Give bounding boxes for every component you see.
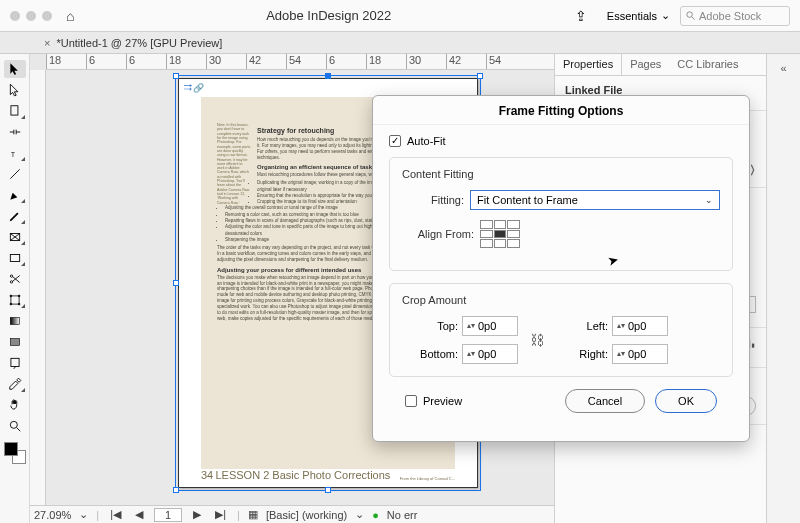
handle-nw[interactable] — [173, 73, 179, 79]
share-icon[interactable]: ⇪ — [575, 8, 587, 24]
right-label: Right: — [552, 348, 612, 360]
preflight-label[interactable]: No err — [387, 509, 418, 521]
window-controls[interactable] — [10, 11, 52, 21]
bottom-field[interactable]: ▴▾0p0 — [462, 344, 518, 364]
svg-point-15 — [18, 303, 20, 305]
first-page-button[interactable]: |◀ — [107, 508, 124, 521]
side-note: Note: In this lesson, you don't have to … — [217, 123, 251, 205]
free-transform-tool[interactable] — [4, 291, 26, 309]
pencil-tool[interactable] — [4, 207, 26, 225]
handle-s[interactable] — [325, 487, 331, 493]
preview-label: Preview — [423, 395, 462, 407]
status-bar: 27.09% ⌄ | |◀ ◀ 1 ▶ ▶| | ▦ [Basic] (work… — [30, 505, 554, 523]
close-window-icon[interactable] — [10, 11, 20, 21]
link-badge-icon[interactable]: ⮆🔗 — [183, 83, 203, 93]
toolbox: T — [0, 54, 30, 523]
scissors-tool[interactable] — [4, 270, 26, 288]
search-icon — [685, 10, 696, 21]
prev-page-button[interactable]: ◀ — [132, 508, 146, 521]
svg-line-4 — [10, 169, 19, 178]
next-page-button[interactable]: ▶ — [190, 508, 204, 521]
bottom-label: Bottom: — [402, 348, 462, 360]
ruler-vertical[interactable] — [30, 70, 46, 523]
autofit-checkbox[interactable] — [389, 135, 401, 147]
workspace-label: Essentials — [607, 10, 657, 22]
cancel-button[interactable]: Cancel — [565, 389, 645, 413]
last-page-button[interactable]: ▶| — [212, 508, 229, 521]
gradient-feather-tool[interactable] — [4, 333, 26, 351]
svg-line-20 — [16, 428, 20, 432]
open-nav-icon[interactable]: ▦ — [248, 508, 258, 521]
rectangle-tool[interactable] — [4, 249, 26, 267]
left-label: Left: — [552, 320, 612, 332]
gradient-swatch-tool[interactable] — [4, 312, 26, 330]
svg-point-14 — [10, 303, 12, 305]
ok-button[interactable]: OK — [655, 389, 717, 413]
top-field[interactable]: ▴▾0p0 — [462, 316, 518, 336]
chevron-down-icon[interactable]: ⌄ — [79, 508, 88, 521]
pen-tool[interactable] — [4, 186, 26, 204]
fitting-value: Fit Content to Frame — [477, 194, 578, 206]
line-tool[interactable] — [4, 165, 26, 183]
rectangle-frame-tool[interactable] — [4, 228, 26, 246]
chevron-down-icon: ⌄ — [661, 9, 670, 22]
search-placeholder: Adobe Stock — [699, 10, 761, 22]
top-label: Top: — [402, 320, 462, 332]
hand-tool[interactable] — [4, 396, 26, 414]
preview-checkbox[interactable] — [405, 395, 417, 407]
chevron-down-icon[interactable]: ⌄ — [355, 508, 364, 521]
fill-stroke-swatch[interactable] — [4, 442, 26, 464]
direct-selection-tool[interactable] — [4, 81, 26, 99]
page-number: 34 LESSON 2 Basic Photo Corrections — [201, 469, 390, 481]
note-tool[interactable] — [4, 354, 26, 372]
svg-rect-17 — [10, 339, 19, 346]
right-field[interactable]: ▴▾0p0 — [612, 344, 668, 364]
svg-text:T: T — [10, 151, 14, 158]
align-from-grid[interactable] — [480, 220, 520, 248]
stock-search-input[interactable]: Adobe Stock — [680, 6, 790, 26]
frame-fitting-dialog: Frame Fitting Options Auto-Fit Content F… — [372, 95, 750, 442]
fitting-label: Fitting: — [402, 194, 464, 206]
content-fitting-title: Content Fitting — [402, 168, 720, 180]
handle-n[interactable] — [325, 73, 331, 79]
type-tool[interactable]: T — [4, 144, 26, 162]
link-chain-icon[interactable]: ⛓ — [522, 332, 552, 348]
home-icon[interactable]: ⌂ — [66, 8, 74, 24]
handle-w[interactable] — [173, 280, 179, 286]
gap-tool[interactable] — [4, 123, 26, 141]
minimize-window-icon[interactable] — [26, 11, 36, 21]
svg-rect-11 — [10, 296, 18, 304]
svg-rect-16 — [10, 318, 19, 325]
svg-point-12 — [10, 295, 12, 297]
selection-tool[interactable] — [4, 60, 26, 78]
close-tab-icon[interactable]: × — [44, 37, 50, 49]
handle-sw[interactable] — [173, 487, 179, 493]
app-title: Adobe InDesign 2022 — [92, 8, 564, 23]
svg-rect-8 — [10, 255, 19, 262]
fitting-select[interactable]: Fit Content to Frame ⌄ — [470, 190, 720, 210]
handle-ne[interactable] — [477, 73, 483, 79]
left-field[interactable]: ▴▾0p0 — [612, 316, 668, 336]
eyedropper-tool[interactable] — [4, 375, 26, 393]
document-tab[interactable]: × *Untitled-1 @ 27% [GPU Preview] — [44, 37, 222, 49]
page-tool[interactable] — [4, 102, 26, 120]
zoom-tool[interactable] — [4, 417, 26, 435]
tab-properties[interactable]: Properties — [555, 54, 622, 75]
fill-swatch[interactable] — [4, 442, 18, 456]
workspace-selector[interactable]: Essentials ⌄ — [607, 9, 670, 22]
svg-rect-2 — [10, 106, 17, 115]
page-footer: From the Library of Conrad C... — [400, 476, 455, 481]
svg-rect-18 — [10, 358, 18, 366]
preflight-icon[interactable]: ● — [372, 509, 379, 521]
svg-point-13 — [18, 295, 20, 297]
page-field[interactable]: 1 — [154, 508, 182, 522]
ruler-horizontal[interactable]: 186618304254618304254 — [46, 54, 554, 70]
zoom-level[interactable]: 27.09% — [34, 509, 71, 521]
status-label[interactable]: [Basic] (working) — [266, 509, 347, 521]
tab-cc-libraries[interactable]: CC Libraries — [669, 54, 746, 75]
autofit-label: Auto-Fit — [407, 135, 446, 147]
rail-button[interactable]: « — [773, 58, 795, 78]
svg-line-1 — [692, 17, 695, 20]
tab-pages[interactable]: Pages — [622, 54, 669, 75]
zoom-window-icon[interactable] — [42, 11, 52, 21]
